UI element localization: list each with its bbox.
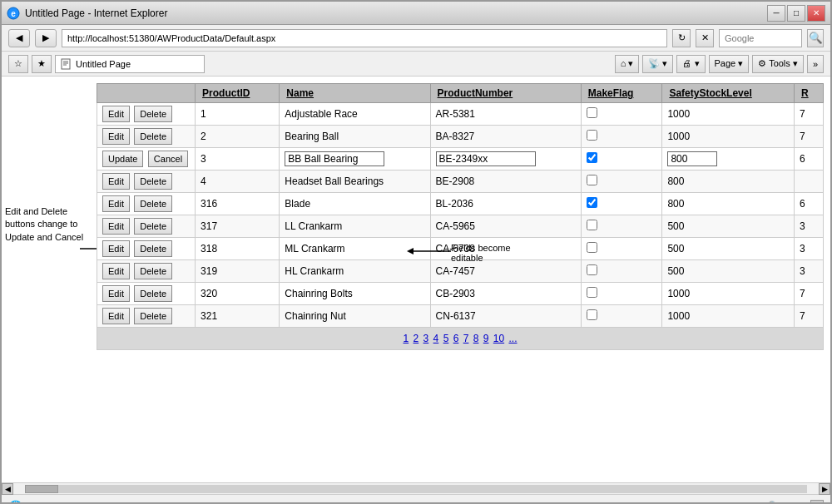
- page-link-10[interactable]: 10: [493, 333, 504, 344]
- close-button[interactable]: ✕: [807, 5, 825, 22]
- forward-button[interactable]: ▶: [35, 29, 57, 47]
- delete-button[interactable]: Delete: [134, 285, 172, 302]
- cell-name: ML Crankarm: [280, 238, 430, 260]
- makeflag-checkbox[interactable]: [587, 107, 597, 118]
- cell-makeflag: [581, 238, 662, 260]
- makeflag-checkbox-edit[interactable]: [587, 152, 597, 163]
- col-header-actions: [97, 84, 196, 103]
- cell-name: Chainring Nut: [280, 305, 430, 328]
- page-link-8[interactable]: 8: [473, 333, 479, 344]
- cell-productid: 318: [196, 238, 280, 260]
- page-link-4[interactable]: 4: [433, 333, 439, 344]
- back-button[interactable]: ◀: [8, 29, 30, 47]
- delete-button[interactable]: Delete: [134, 263, 172, 279]
- page-link-2[interactable]: 2: [414, 333, 419, 344]
- horizontal-scrollbar[interactable]: ◀ ▶: [2, 482, 830, 494]
- cell-productid: 4: [196, 170, 280, 193]
- edit-button[interactable]: Edit: [102, 128, 130, 145]
- stop-button[interactable]: ✕: [696, 29, 714, 47]
- delete-button[interactable]: Delete: [134, 173, 172, 190]
- table-row: Edit Delete 316 Blade BL-2036 800 6: [97, 193, 824, 215]
- tools-button[interactable]: ⚙ Tools ▾: [752, 55, 804, 73]
- status-text: Internet | Protected Mode: On: [26, 502, 146, 505]
- makeflag-checkbox[interactable]: [587, 242, 597, 253]
- delete-button[interactable]: Delete: [134, 240, 172, 257]
- edit-button[interactable]: Edit: [102, 308, 130, 324]
- col-header-safetystocklevel: SafetyStockLevel: [662, 84, 795, 103]
- makeflag-checkbox[interactable]: [587, 130, 597, 141]
- delete-button[interactable]: Delete: [134, 128, 172, 145]
- edit-button[interactable]: Edit: [102, 106, 130, 122]
- delete-button[interactable]: Delete: [134, 195, 172, 212]
- cancel-button[interactable]: Cancel: [148, 151, 188, 167]
- edit-button[interactable]: Edit: [102, 263, 130, 279]
- makeflag-checkbox[interactable]: [587, 175, 597, 185]
- page-button[interactable]: Page ▾: [709, 55, 750, 73]
- cell-r: 3: [794, 238, 823, 260]
- minimize-button[interactable]: ─: [767, 5, 785, 22]
- productnumber-edit-input[interactable]: [436, 151, 536, 166]
- safetystock-edit-input[interactable]: [667, 151, 717, 166]
- cell-r: 7: [794, 305, 823, 328]
- cell-r: 6: [794, 148, 823, 170]
- scroll-right-button[interactable]: ▶: [819, 483, 830, 495]
- makeflag-checkbox[interactable]: [587, 287, 597, 298]
- favorites-button[interactable]: ☆: [8, 55, 28, 73]
- grid-container[interactable]: Fields becomeeditable ProductID Name Pro…: [93, 77, 830, 482]
- update-button[interactable]: Update: [102, 151, 143, 167]
- page-link-6[interactable]: 6: [453, 333, 459, 344]
- makeflag-checkbox[interactable]: [587, 197, 597, 208]
- maximize-button[interactable]: □: [787, 5, 805, 22]
- edit-button[interactable]: Edit: [102, 240, 130, 257]
- print-button[interactable]: 🖨 ▾: [676, 55, 705, 73]
- scrollbar-thumb[interactable]: [25, 485, 58, 493]
- pagination-cell: 1 2 3 4 5 6 7 8 9 10 ...: [97, 328, 824, 350]
- edit-button[interactable]: Edit: [102, 195, 130, 212]
- cell-productid: 3: [196, 148, 280, 170]
- page-link-9[interactable]: 9: [483, 333, 489, 344]
- edit-table-row: Update Cancel 3 6: [97, 148, 824, 170]
- home-button[interactable]: ⌂ ▾: [615, 55, 640, 73]
- delete-button[interactable]: Delete: [134, 308, 172, 324]
- edit-button[interactable]: Edit: [102, 285, 130, 302]
- address-input[interactable]: [62, 29, 667, 47]
- page-link-3[interactable]: 3: [423, 333, 429, 344]
- cell-name: Chainring Bolts: [280, 283, 430, 305]
- edit-button[interactable]: Edit: [102, 218, 130, 235]
- cell-productnumber-edit[interactable]: [430, 148, 581, 170]
- zoom-dropdown[interactable]: ▾: [810, 500, 824, 505]
- cell-makeflag: [581, 126, 662, 148]
- expand-button[interactable]: »: [807, 55, 824, 73]
- edit-button[interactable]: Edit: [102, 173, 130, 190]
- cell-productnumber: CA-5965: [430, 215, 581, 238]
- delete-button[interactable]: Delete: [134, 106, 172, 122]
- cell-name-edit[interactable]: [280, 148, 430, 170]
- favorites-button-2[interactable]: ★: [32, 55, 52, 73]
- cell-makeflag: [581, 103, 662, 126]
- search-button[interactable]: 🔍: [807, 29, 824, 47]
- cell-safetystock: 500: [662, 260, 795, 283]
- row-actions: Edit Delete: [97, 126, 196, 148]
- page-link-7[interactable]: 7: [463, 333, 469, 344]
- makeflag-checkbox[interactable]: [587, 264, 597, 275]
- makeflag-checkbox[interactable]: [587, 220, 597, 230]
- makeflag-checkbox[interactable]: [587, 309, 597, 320]
- cell-productnumber: BE-2908: [430, 170, 581, 193]
- page-link-1[interactable]: 1: [404, 333, 409, 344]
- cell-productid: 1: [196, 103, 280, 126]
- cell-productnumber: AR-5381: [430, 103, 581, 126]
- feed-button[interactable]: 📡 ▾: [642, 55, 673, 73]
- zoom-level: 🔍 100%: [768, 501, 805, 504]
- page-link-5[interactable]: 5: [443, 333, 449, 344]
- page-link-more[interactable]: ...: [508, 333, 517, 344]
- name-edit-input[interactable]: [285, 151, 384, 166]
- search-input[interactable]: [719, 29, 802, 47]
- row-actions-edit: Update Cancel: [97, 148, 196, 170]
- scroll-left-button[interactable]: ◀: [2, 483, 13, 495]
- delete-button[interactable]: Delete: [134, 218, 172, 235]
- row-actions: Edit Delete: [97, 260, 196, 283]
- refresh-button[interactable]: ↻: [672, 29, 691, 47]
- address-bar: ◀ ▶ ↻ ✕ 🔍: [2, 25, 830, 52]
- table-row: Edit Delete 320 Chainring Bolts CB-2903 …: [97, 283, 824, 305]
- cell-safetystock-edit[interactable]: [662, 148, 795, 170]
